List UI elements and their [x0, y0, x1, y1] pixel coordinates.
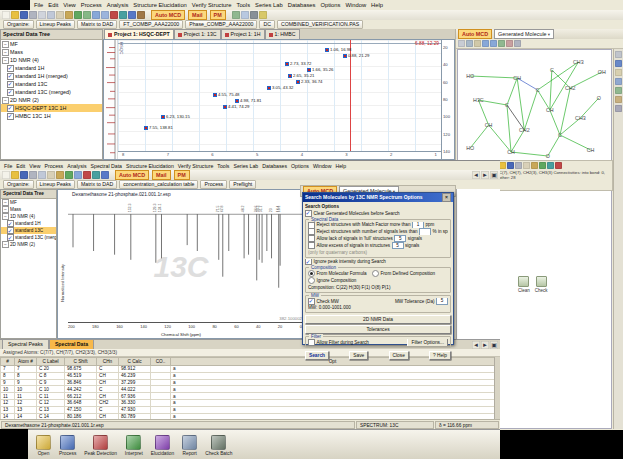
elucidation-workflow-button[interactable]: Elucidation: [151, 435, 174, 456]
next-icon[interactable]: ►: [481, 341, 489, 349]
expander-icon[interactable]: −: [2, 213, 9, 220]
dialog-titlebar[interactable]: Search Molecules by 13C NMR Spectrum Opt…: [303, 193, 453, 202]
ignore-intensity-checkbox[interactable]: [305, 259, 312, 266]
table-icon[interactable]: [92, 171, 100, 179]
menu-item[interactable]: Tools: [217, 163, 229, 169]
quick-button[interactable]: Mail: [152, 170, 170, 180]
lack-signals-checkbox[interactable]: [308, 235, 315, 242]
item-checkbox[interactable]: [7, 234, 14, 241]
expander-icon[interactable]: −: [2, 241, 9, 248]
quick-button[interactable]: PM: [174, 170, 190, 180]
menu-item[interactable]: Process: [44, 163, 63, 169]
menu-item[interactable]: File: [4, 163, 12, 169]
menu-item[interactable]: View: [63, 2, 75, 8]
open-icon[interactable]: [11, 171, 19, 179]
column-header[interactable]: C Shift: [65, 358, 97, 366]
menu-item[interactable]: View: [29, 163, 40, 169]
text-tool-icon[interactable]: [615, 69, 622, 76]
allow-filter-checkbox[interactable]: [308, 339, 315, 346]
toolbar-button[interactable]: concentration_calculation table: [119, 180, 198, 189]
preview-icon[interactable]: [38, 11, 46, 19]
tree-item[interactable]: standard 13C: [1, 227, 56, 234]
table-row[interactable]: 1010C 1044.242C44.022a: [1, 386, 495, 393]
layers-icon[interactable]: [615, 105, 622, 112]
peak-detection-workflow-button[interactable]: Peak Detection: [84, 435, 117, 456]
copy-icon[interactable]: [523, 162, 530, 169]
toolbar-button[interactable]: COMBINED_VERIFICATION.PAS: [277, 20, 363, 29]
new-file-icon[interactable]: [2, 171, 10, 179]
check-mw-checkbox[interactable]: [308, 298, 315, 305]
tolerances-button[interactable]: Tolerances: [305, 325, 451, 334]
paste-icon[interactable]: [531, 162, 538, 169]
cursor-icon[interactable]: [458, 40, 465, 47]
process-workflow-button[interactable]: Process: [59, 435, 76, 456]
menu-item[interactable]: Spectral Data: [91, 163, 122, 169]
toolbar-button[interactable]: Preflight: [229, 180, 256, 189]
help-button[interactable]: ? Help: [429, 351, 451, 360]
tree-item[interactable]: HSQC-DEPT 13C 1H: [1, 104, 102, 112]
toolbar-button[interactable]: Organize:: [3, 180, 34, 189]
tree-item[interactable]: −Mass: [1, 48, 102, 56]
tree-item[interactable]: standard 13C (merged): [1, 234, 56, 241]
expander-icon[interactable]: −: [2, 57, 9, 64]
hsqc-plot-area[interactable]: HSQC 6.88, 12.29 1.06, 16.980.88, 21.292…: [118, 40, 441, 151]
undo-icon[interactable]: [74, 11, 82, 19]
toolbar-button[interactable]: Lineup Peaks: [36, 180, 75, 189]
zoom-in-icon[interactable]: [74, 171, 82, 179]
table-row[interactable]: 1313C 1347.150C47.930a: [1, 406, 495, 413]
zoom-out-icon[interactable]: [101, 11, 109, 19]
tree-item[interactable]: standard 1H: [1, 64, 102, 72]
from-molecular-formula-radio[interactable]: [308, 270, 315, 277]
window-icon[interactable]: [241, 11, 249, 19]
tree-item[interactable]: HMBC 13C 1H: [1, 112, 102, 120]
print-icon[interactable]: [515, 162, 522, 169]
project-tab[interactable]: Project 1: HSQC-DEPT: [104, 29, 174, 39]
spectrum-icon[interactable]: [83, 171, 91, 179]
save-icon[interactable]: [20, 11, 28, 19]
menu-item[interactable]: Analysis: [67, 163, 86, 169]
vertical-scrollbar[interactable]: [494, 357, 500, 419]
item-checkbox[interactable]: [7, 113, 14, 120]
chart-icon[interactable]: [555, 162, 562, 169]
pan-icon[interactable]: [474, 40, 481, 47]
carbon-spectrum-panel[interactable]: Dexamethasone 21-phosphate.021.001.1r.es…: [57, 189, 305, 339]
toolbar-button[interactable]: DC: [259, 20, 275, 29]
open-workflow-button[interactable]: Open: [36, 435, 51, 456]
zoom-in-icon[interactable]: [482, 40, 489, 47]
tree-item[interactable]: −MF: [1, 40, 102, 48]
fit-view-icon[interactable]: [498, 40, 505, 47]
lasso-select-icon[interactable]: [466, 40, 473, 47]
quick-button[interactable]: Mail: [188, 10, 206, 20]
menu-item[interactable]: Databases: [288, 2, 316, 8]
column-header[interactable]: CO..: [151, 358, 171, 366]
menu-item[interactable]: Window: [345, 2, 366, 8]
spectral-data-table[interactable]: #Atom #C LabelC ShiftCHnC CalcCO..Opt 77…: [0, 357, 500, 419]
structure-icon[interactable]: [615, 60, 622, 67]
menu-item[interactable]: Verify Structure: [178, 163, 213, 169]
column-header[interactable]: C Calc: [119, 358, 151, 366]
menu-item[interactable]: Edit: [48, 2, 58, 8]
tree-item[interactable]: standard 1H: [1, 220, 56, 227]
toolbar-button[interactable]: Matrix to DAD: [77, 180, 117, 189]
new-file-icon[interactable]: [2, 11, 10, 19]
item-checkbox[interactable]: [7, 81, 14, 88]
item-checkbox[interactable]: [7, 220, 14, 227]
tree-item[interactable]: standard 13C (merged): [1, 88, 102, 96]
match-factor-field[interactable]: 1: [412, 222, 424, 229]
project-tab[interactable]: Project 1: 13C: [174, 29, 221, 39]
menu-item[interactable]: Structure Elucidation: [133, 2, 187, 8]
copy-icon[interactable]: [47, 171, 55, 179]
column-header[interactable]: C Label: [37, 358, 65, 366]
next-icon[interactable]: ►: [481, 171, 489, 179]
tree-item[interactable]: −Mass: [1, 206, 56, 213]
paste-icon[interactable]: [65, 11, 73, 19]
menu-item[interactable]: Databases: [262, 163, 287, 169]
prev-icon[interactable]: ◄: [472, 171, 480, 179]
sheet-tab[interactable]: Spectral Data: [49, 339, 94, 349]
menu-item[interactable]: Series Lab: [255, 2, 283, 8]
layout-icon[interactable]: [232, 11, 240, 19]
menu-item[interactable]: Options: [320, 2, 340, 8]
table-row[interactable]: 1111C 1166.212CH67.936a: [1, 393, 495, 400]
project-tab[interactable]: 1: HMBC: [265, 29, 300, 39]
menu-item[interactable]: File: [34, 2, 43, 8]
